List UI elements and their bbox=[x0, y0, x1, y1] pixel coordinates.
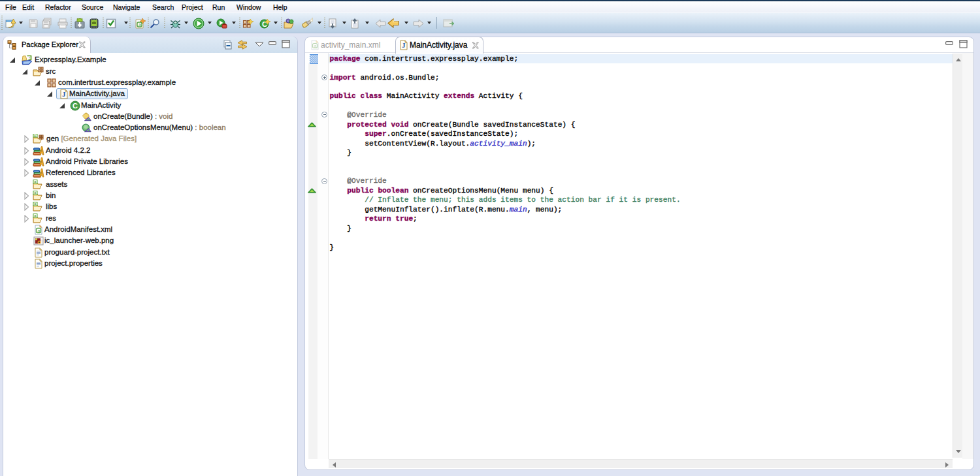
svg-text:a: a bbox=[314, 44, 317, 48]
svg-text:a: a bbox=[38, 229, 41, 233]
svg-text:J: J bbox=[402, 41, 406, 49]
svg-text:a: a bbox=[34, 134, 36, 138]
svg-text:a: a bbox=[139, 22, 141, 27]
svg-text:C: C bbox=[73, 102, 78, 110]
svg-text:J: J bbox=[62, 90, 66, 98]
